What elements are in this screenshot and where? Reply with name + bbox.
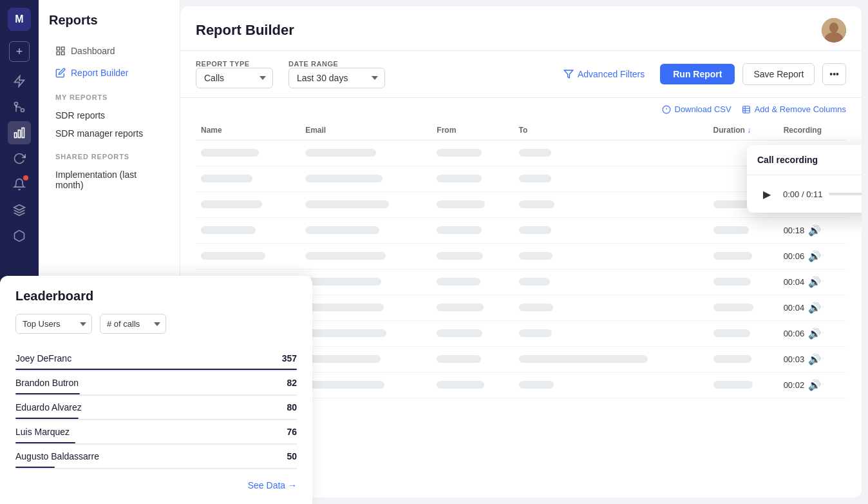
recording-popup: Call recording × ▶ 0:00 / 0:11 ⋮ bbox=[747, 145, 862, 213]
run-report-button[interactable]: Run Report bbox=[660, 64, 735, 84]
leaderboard-bar bbox=[15, 467, 55, 468]
leaderboard-user-name: Eduardo Alvarez bbox=[15, 402, 287, 412]
leaderboard-user-name: Luis Marquez bbox=[15, 427, 287, 437]
date-range-group: DATE RANGE Last 30 days bbox=[288, 60, 385, 88]
recording-icon[interactable]: 🔊 bbox=[808, 276, 821, 288]
leaderboard-user-count: 80 bbox=[287, 402, 297, 412]
leaderboard-user-row: Joey DeFranc 357 bbox=[15, 347, 297, 371]
svg-rect-3 bbox=[15, 133, 17, 138]
progress-bar[interactable] bbox=[829, 193, 862, 195]
leaderboard-user-row: Brandon Butron 82 bbox=[15, 371, 297, 396]
col-to: To bbox=[514, 121, 708, 141]
svg-point-13 bbox=[829, 23, 838, 33]
leaderboard-user-name: Augusto Baldassarre bbox=[15, 451, 287, 461]
play-button[interactable]: ▶ bbox=[757, 184, 777, 204]
recording-icon[interactable]: 🔊 bbox=[808, 250, 821, 262]
sidebar-icon-git[interactable] bbox=[8, 95, 31, 119]
recording-icon[interactable]: 🔊 bbox=[808, 224, 821, 237]
recording-icon[interactable]: 🔊 bbox=[808, 327, 821, 340]
leaderboard-metric-select[interactable]: # of calls # of emails Duration bbox=[100, 314, 166, 334]
recording-popup-body: ▶ 0:00 / 0:11 ⋮ bbox=[747, 175, 862, 213]
leaderboard-bar bbox=[15, 442, 75, 443]
svg-marker-15 bbox=[564, 70, 572, 78]
leaderboard-user-row: Eduardo Alvarez 80 bbox=[15, 396, 297, 420]
sidebar-icon-refresh[interactable] bbox=[8, 147, 31, 170]
svg-rect-9 bbox=[61, 47, 64, 50]
see-data-link[interactable]: See Data → bbox=[248, 480, 297, 490]
svg-point-1 bbox=[15, 102, 18, 106]
report-title: Report Builder bbox=[196, 22, 294, 39]
table-actions: Download CSV Add & Remove Columns bbox=[180, 98, 862, 121]
more-options-button[interactable]: ••• bbox=[822, 63, 846, 85]
sidebar-icon-reports[interactable] bbox=[8, 121, 31, 144]
svg-marker-6 bbox=[14, 205, 25, 210]
leaderboard-panel: Leaderboard Top Users Bottom Users # of … bbox=[0, 276, 312, 504]
advanced-filters-button[interactable]: Advanced Filters bbox=[556, 64, 652, 84]
recording-icon[interactable]: 🔊 bbox=[808, 353, 821, 365]
recording-icon[interactable]: 🔊 bbox=[808, 302, 821, 314]
recording-icon[interactable]: 🔊 bbox=[808, 379, 821, 391]
date-range-select[interactable]: Last 30 days bbox=[288, 68, 385, 88]
report-header: Report Builder bbox=[180, 6, 862, 51]
table-row: 00:06🔊 bbox=[196, 244, 846, 269]
my-reports-label: MY REPORTS bbox=[55, 93, 163, 101]
report-type-select[interactable]: Calls bbox=[196, 68, 273, 88]
col-name: Name bbox=[196, 121, 300, 141]
add-remove-columns-button[interactable]: Add & Remove Columns bbox=[742, 104, 846, 114]
leaderboard-bar bbox=[15, 393, 80, 394]
sidebar-icon-notifications[interactable] bbox=[8, 173, 31, 196]
leaderboard-user-count: 50 bbox=[287, 451, 297, 461]
sidebar-icon-box[interactable] bbox=[8, 224, 31, 247]
sidebar-icon-layers[interactable] bbox=[8, 199, 31, 222]
shared-reports-label: SHARED REPORTS bbox=[55, 153, 163, 160]
date-range-label: DATE RANGE bbox=[288, 60, 385, 68]
nav-report-builder[interactable]: Report Builder bbox=[49, 63, 169, 83]
leaderboard-user-row: Augusto Baldassarre 50 bbox=[15, 445, 297, 469]
leaderboard-title: Leaderboard bbox=[15, 289, 297, 304]
leaderboard-type-select[interactable]: Top Users Bottom Users bbox=[15, 314, 92, 334]
leaderboard-bar bbox=[15, 418, 79, 419]
avatar[interactable] bbox=[822, 18, 846, 43]
filters-row: REPORT TYPE Calls DATE RANGE Last 30 day… bbox=[180, 51, 862, 98]
app-logo[interactable]: M bbox=[8, 8, 31, 31]
svg-rect-4 bbox=[18, 130, 20, 138]
table-row: 00:18🔊 bbox=[196, 218, 846, 244]
leaderboard-user-count: 76 bbox=[287, 427, 297, 437]
time-display: 0:00 / 0:11 bbox=[783, 189, 822, 199]
svg-rect-11 bbox=[61, 52, 64, 55]
save-report-button[interactable]: Save Report bbox=[742, 63, 815, 85]
left-panel-title: Reports bbox=[49, 13, 169, 28]
sidebar-icon-lightning[interactable] bbox=[8, 70, 31, 93]
nav-dashboard[interactable]: Dashboard bbox=[49, 41, 169, 61]
col-recording: Recording bbox=[778, 121, 846, 141]
download-csv-button[interactable]: Download CSV bbox=[662, 104, 731, 114]
col-from: From bbox=[431, 121, 513, 141]
recording-popup-title: Call recording bbox=[757, 155, 818, 165]
svg-rect-8 bbox=[57, 47, 60, 50]
leaderboard-filters: Top Users Bottom Users # of calls # of e… bbox=[15, 314, 297, 334]
report-type-group: REPORT TYPE Calls bbox=[196, 60, 273, 88]
leaderboard-footer: See Data → bbox=[15, 480, 297, 491]
leaderboard-bar bbox=[15, 369, 297, 370]
leaderboard-user-row: Luis Marquez 76 bbox=[15, 420, 297, 445]
leaderboard-user-count: 357 bbox=[282, 353, 297, 363]
svg-point-0 bbox=[21, 109, 24, 112]
col-duration: Duration bbox=[708, 121, 778, 141]
svg-rect-5 bbox=[22, 128, 24, 138]
leaderboard-users: Joey DeFranc 357 Brandon Butron 82 Eduar… bbox=[15, 347, 297, 469]
report-sdr[interactable]: SDR reports bbox=[49, 106, 169, 124]
svg-rect-10 bbox=[57, 52, 60, 55]
notification-badge bbox=[23, 175, 28, 180]
report-sdr-manager[interactable]: SDR manager reports bbox=[49, 124, 169, 142]
leaderboard-user-name: Brandon Butron bbox=[15, 378, 287, 388]
leaderboard-user-count: 82 bbox=[287, 378, 297, 388]
svg-rect-19 bbox=[742, 106, 750, 113]
recording-popup-header: Call recording × bbox=[747, 145, 862, 175]
col-email: Email bbox=[300, 121, 431, 141]
report-type-label: REPORT TYPE bbox=[196, 60, 273, 68]
add-button[interactable]: + bbox=[9, 41, 30, 62]
leaderboard-user-name: Joey DeFranc bbox=[15, 353, 282, 363]
report-implementation[interactable]: Implementation (last month) bbox=[49, 166, 169, 194]
